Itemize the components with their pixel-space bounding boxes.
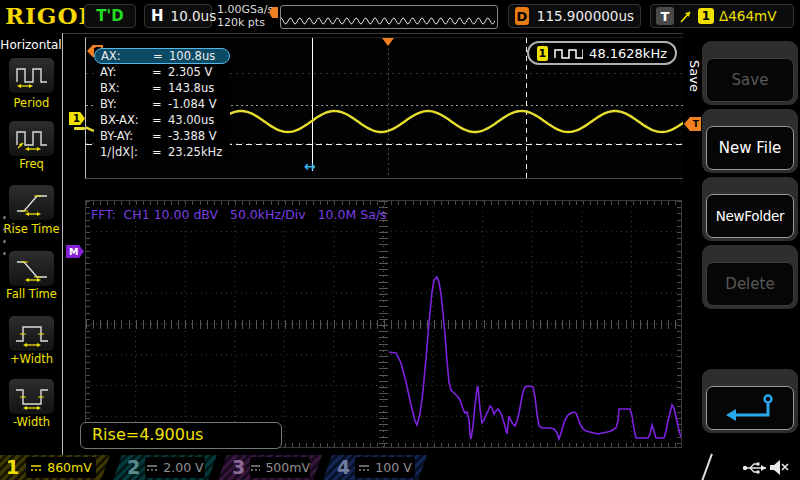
menu-slot <box>702 369 798 433</box>
channel-4-scale: 100 V <box>355 457 415 478</box>
timebase-value: 10.0us <box>171 8 217 24</box>
cursor-row-inv-dx[interactable]: 1/|dX|: = 23.25kHz <box>94 144 230 160</box>
fft-display: FFT: CH1 10.00 dBV 50.0kHz/Div 10.0M Sa/… <box>85 200 682 448</box>
menu-slot: NewFolder <box>702 177 798 241</box>
cursor-measurement-box: AX: = 100.8us AY: = 2.305 V BX: = 143.8u… <box>94 48 230 161</box>
trigger-source-badge: 1 <box>698 8 714 24</box>
delay-value: 115.900000us <box>537 8 634 24</box>
dc-coupling-icon <box>358 463 370 473</box>
square-wave-icon <box>554 47 584 60</box>
scroll-dot <box>3 216 6 219</box>
channel-3-scale: 500mV <box>250 457 310 478</box>
sample-rate: 1.00GSa/s <box>217 3 273 16</box>
rise-time-readout: Rise=4.900us <box>80 422 282 449</box>
trigger-position-marker-icon[interactable] <box>382 38 394 46</box>
t-key-badge: T <box>656 7 674 25</box>
fft-trace <box>86 201 681 447</box>
rise-time-icon[interactable] <box>9 185 54 220</box>
speaker-muted-icon <box>768 458 790 477</box>
cursor-row-by[interactable]: BY: = -1.084 V <box>94 96 230 112</box>
channel-2-tile[interactable]: 2 2.00 V <box>113 455 217 480</box>
cursor-row-bx[interactable]: BX: = 143.8us <box>94 80 230 96</box>
rigol-logo: RIGOL <box>5 2 96 29</box>
sidebar-item-rise-time[interactable]: Rise Time <box>0 222 63 236</box>
channel-1-tile[interactable]: 1 860mV <box>0 455 110 480</box>
delete-button[interactable]: Delete <box>706 262 794 306</box>
pos-width-icon[interactable] <box>9 316 54 351</box>
math-position-marker[interactable]: M <box>66 245 84 258</box>
menu-slot: Save <box>702 41 798 105</box>
fft-settings-readout: FFT: CH1 10.00 dBV 50.0kHz/Div 10.0M Sa/… <box>91 207 387 222</box>
menu-tab-save: Save <box>687 60 702 92</box>
sidebar-item-neg-width[interactable]: -Width <box>0 415 63 429</box>
freq-icon[interactable] <box>9 121 54 156</box>
scroll-dot <box>3 252 6 255</box>
channel-1-scale: 860mV <box>26 457 96 478</box>
back-button[interactable] <box>706 386 794 430</box>
rising-edge-icon <box>679 9 693 24</box>
channel-4-number: 4 <box>337 455 350 480</box>
channel-3-number: 3 <box>232 455 245 480</box>
status-divider <box>701 454 713 480</box>
preview-wave-icon <box>281 6 495 26</box>
horizontal-timebase-box[interactable]: H 10.0us <box>144 4 212 28</box>
waveform-preview-strip[interactable] <box>280 5 498 29</box>
menu-slot: Delete <box>702 245 798 309</box>
freq-counter-channel-badge: 1 <box>537 46 548 61</box>
cursor-row-bxax[interactable]: BX-AX: = 43.00us <box>94 112 230 128</box>
measure-sidebar: Horizontal Period Freq Rise Time Fall Ti… <box>0 33 63 455</box>
h-key-label: H <box>151 7 164 25</box>
channel-3-tile[interactable]: 3 500mV <box>218 455 322 480</box>
ch1-position-marker[interactable]: 1 <box>69 112 85 125</box>
sidebar-item-pos-width[interactable]: +Width <box>0 352 63 366</box>
cursor-row-byay[interactable]: BY-AY: = -3.388 V <box>94 128 230 144</box>
return-arrow-icon <box>718 391 782 425</box>
scroll-dot <box>3 228 6 231</box>
menu-slot: New File <box>702 109 798 173</box>
acquisition-info: 1.00GSa/s 120k pts <box>217 3 273 29</box>
sidebar-item-period[interactable]: Period <box>0 96 63 110</box>
new-file-button[interactable]: New File <box>706 126 794 170</box>
save-button[interactable]: Save <box>706 58 794 102</box>
ch1-trace-stub <box>74 127 85 130</box>
trigger-status-text: T'D <box>96 7 123 25</box>
period-icon[interactable] <box>9 58 54 93</box>
channel-1-number: 1 <box>6 455 19 480</box>
dc-coupling-icon <box>30 463 42 473</box>
usb-icon <box>742 460 766 475</box>
sidebar-title: Horizontal <box>0 38 62 52</box>
channel-2-scale: 2.00 V <box>145 457 205 478</box>
channel-status-bar: 1 860mV 2 2.00 V 3 500mV 4 100 V <box>0 455 800 480</box>
freq-counter-value: 48.1628kHz <box>589 46 667 61</box>
sidebar-item-freq[interactable]: Freq <box>0 157 63 171</box>
waveform-display: ↔ T 1 48.1628kHz AX: = 100.8us AY: = 2.3… <box>85 37 685 179</box>
trigger-status-badge: T'D <box>84 4 136 28</box>
channel-2-number: 2 <box>127 455 140 480</box>
trigger-level-value: Δ464mV <box>719 8 776 24</box>
memory-depth: 120k pts <box>217 16 273 29</box>
trigger-info-box[interactable]: T 1 Δ464mV <box>650 4 794 28</box>
channel-4-tile[interactable]: 4 100 V <box>323 455 427 480</box>
oscilloscope-screen: RIGOL T'D H 10.0us 1.00GSa/s 120k pts D … <box>0 0 800 480</box>
top-status-bar: RIGOL T'D H 10.0us 1.00GSa/s 120k pts D … <box>0 0 800 34</box>
dc-coupling-icon <box>250 463 260 473</box>
d-key-badge: D <box>515 7 529 25</box>
fall-time-icon[interactable] <box>9 251 54 286</box>
horizontal-delay-box[interactable]: D 115.900000us <box>508 4 641 28</box>
neg-width-icon[interactable] <box>9 379 54 414</box>
cursor-row-ay[interactable]: AY: = 2.305 V <box>94 64 230 80</box>
cursor-row-ax[interactable]: AX: = 100.8us <box>94 48 230 64</box>
new-folder-button[interactable]: NewFolder <box>706 194 794 238</box>
sidebar-item-fall-time[interactable]: Fall Time <box>0 287 63 301</box>
soft-menu-panel: Save Save New File NewFolder Delete <box>683 33 800 455</box>
scroll-dot <box>3 240 6 243</box>
dc-coupling-icon <box>146 463 158 473</box>
frequency-counter: 1 48.1628kHz <box>527 41 677 65</box>
cursor-ax-handle[interactable]: ↔ <box>304 158 316 174</box>
